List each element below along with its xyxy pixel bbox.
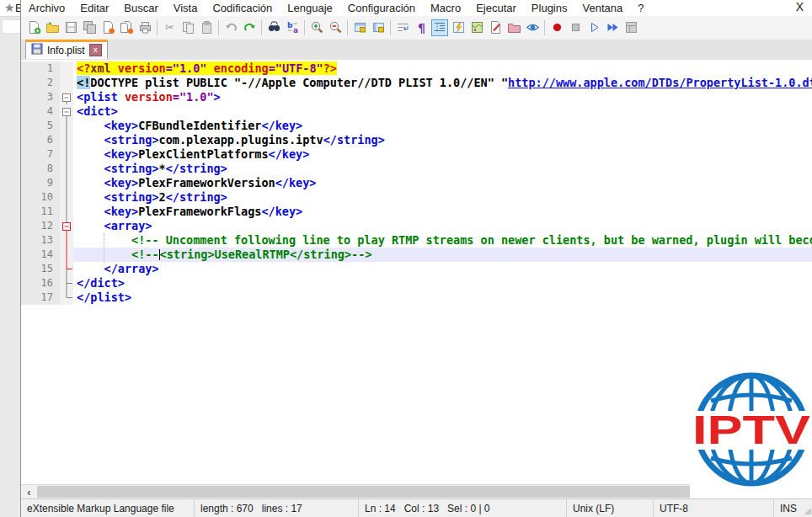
code-text[interactable]: <?xml version="1.0" encoding="UTF-8"?> [73, 61, 812, 76]
doc-switcher-icon[interactable] [487, 19, 504, 36]
folder-workspace-icon[interactable] [505, 19, 522, 36]
toolbar-separator [304, 20, 305, 35]
menu-item-ejecutar[interactable]: Ejecutar [468, 1, 524, 15]
line-number: 4 [21, 104, 60, 119]
menu-item-macro[interactable]: Macro [423, 1, 468, 15]
tab-close-icon[interactable]: x [89, 44, 102, 56]
tab-info-plist[interactable]: Info.plist x [25, 40, 108, 59]
code-text[interactable]: <string>2</string> [73, 190, 812, 205]
line-number: 17 [21, 290, 60, 305]
window-close-button[interactable]: X [796, 0, 804, 13]
zoom-in-icon[interactable] [308, 19, 325, 36]
menu-item-editar[interactable]: Editar [72, 1, 116, 15]
line-number: 3 [21, 90, 60, 104]
code-text[interactable]: <!--<string>UseRealRTMP</string>--> [73, 248, 812, 262]
code-text[interactable]: <key>CFBundleIdentifier</key> [73, 119, 812, 133]
code-text[interactable]: <array> [73, 219, 812, 233]
menu-bar: ArchivoEditarBuscarVistaCodificaciónLeng… [21, 0, 812, 16]
fold-guide [60, 290, 73, 305]
zoom-out-icon[interactable] [327, 19, 344, 36]
status-cursor-position: Ln : 14 Col : 13 Sel : 0 | 0 [359, 499, 567, 517]
status-bar: eXtensible Markup Language file length :… [21, 498, 812, 517]
menu-item-plugins[interactable]: Plugins [524, 1, 575, 15]
copy-icon[interactable] [179, 19, 196, 36]
code-line-12: 12 <array> [21, 219, 812, 233]
line-number: 9 [21, 176, 60, 190]
line-number: 13 [21, 233, 60, 248]
menu-item-buscar[interactable]: Buscar [116, 1, 165, 15]
code-text[interactable]: <key>PlexClientPlatforms</key> [73, 147, 812, 162]
bookmark-star-icon: ★ [4, 1, 15, 14]
replace-icon[interactable]: ba [284, 19, 301, 36]
redo-icon[interactable] [241, 19, 258, 36]
save-all-icon[interactable] [81, 19, 98, 36]
fold-toggle-icon[interactable] [60, 104, 73, 119]
code-text[interactable]: <!DOCTYPE plist PUBLIC "-//Apple Compute… [73, 76, 812, 90]
svg-text:b: b [287, 21, 293, 29]
menu-item-lenguaje[interactable]: Lenguaje [280, 1, 340, 15]
fold-toggle-icon[interactable] [60, 219, 73, 233]
code-text[interactable]: <key>PlexFrameworkVersion</key> [73, 176, 812, 190]
fold-guide [60, 147, 73, 162]
indent-guide-icon[interactable] [431, 19, 448, 36]
doc-map-icon[interactable] [468, 19, 485, 36]
code-text[interactable]: <dict> [73, 104, 812, 119]
menu-item-vista[interactable]: Vista [166, 1, 206, 15]
macro-stop-icon[interactable] [567, 19, 584, 36]
resize-grip-icon[interactable]: ◢ [804, 505, 811, 516]
paste-icon[interactable] [198, 19, 215, 36]
sync-scroll-h-icon[interactable] [370, 19, 387, 36]
code-text[interactable]: <plist version="1.0"> [73, 90, 812, 104]
macro-save-icon[interactable] [622, 19, 639, 36]
code-line-17: 17</plist> [21, 290, 812, 305]
svg-text:¶: ¶ [418, 21, 425, 35]
fold-toggle-icon[interactable] [60, 90, 73, 104]
indent-guide-line [104, 233, 104, 262]
code-text[interactable]: <key>PlexFrameworkFlags</key> [73, 205, 812, 219]
macro-run-multiple-icon[interactable] [604, 19, 621, 36]
function-list-icon[interactable] [450, 19, 467, 36]
code-line-11: 11 <key>PlexFrameworkFlags</key> [21, 205, 812, 219]
code-line-8: 8 <string>*</string> [21, 162, 812, 176]
background-window-fragment [2, 19, 21, 34]
status-doctype: eXtensible Markup Language file [21, 499, 195, 517]
undo-icon[interactable] [222, 19, 239, 36]
save-icon[interactable] [62, 19, 79, 36]
code-text[interactable]: </plist> [73, 290, 812, 305]
scroll-left-arrow-icon[interactable]: ‹ [23, 485, 35, 498]
status-insert-mode: INS ◢ [774, 499, 812, 517]
scrollbar-thumb[interactable] [37, 486, 795, 498]
open-file-icon[interactable] [44, 19, 61, 36]
code-text[interactable]: <!-- Uncomment following line to play RT… [73, 233, 812, 248]
line-number: 10 [21, 190, 60, 205]
sync-scroll-v-icon[interactable] [351, 19, 368, 36]
word-wrap-icon[interactable] [394, 19, 411, 36]
background-window-strip: ★ B [0, 0, 20, 17]
macro-record-icon[interactable] [548, 19, 565, 36]
new-file-icon[interactable] [25, 19, 42, 36]
macro-play-icon[interactable] [585, 19, 602, 36]
find-icon[interactable] [265, 19, 282, 36]
line-number: 11 [21, 205, 60, 219]
fold-guide [60, 162, 73, 176]
code-text[interactable]: </array> [73, 262, 812, 276]
menu-item-archivo[interactable]: Archivo [21, 1, 72, 15]
menu-item-ventana[interactable]: Ventana [574, 1, 630, 15]
line-number: 12 [21, 219, 60, 233]
close-all-icon[interactable] [118, 19, 135, 36]
code-text[interactable]: </dict> [73, 276, 812, 290]
show-all-chars-icon[interactable]: ¶ [413, 19, 430, 36]
print-icon[interactable] [136, 19, 153, 36]
cut-icon[interactable]: ✂ [161, 19, 178, 36]
menu-item-configuracin[interactable]: Configuración [340, 1, 423, 15]
menu-item-?[interactable]: ? [630, 1, 651, 15]
monitoring-icon[interactable] [524, 19, 541, 36]
line-number: 14 [21, 248, 60, 262]
code-text[interactable]: <string>com.plexapp.plugins.iptv</string… [73, 133, 812, 147]
fold-guide [60, 205, 73, 219]
fold-guide [60, 76, 73, 90]
menu-item-codificacin[interactable]: Codificación [205, 1, 280, 15]
close-icon[interactable] [99, 19, 116, 36]
code-text[interactable]: <string>*</string> [73, 162, 812, 176]
code-line-5: 5 <key>CFBundleIdentifier</key> [21, 119, 812, 133]
